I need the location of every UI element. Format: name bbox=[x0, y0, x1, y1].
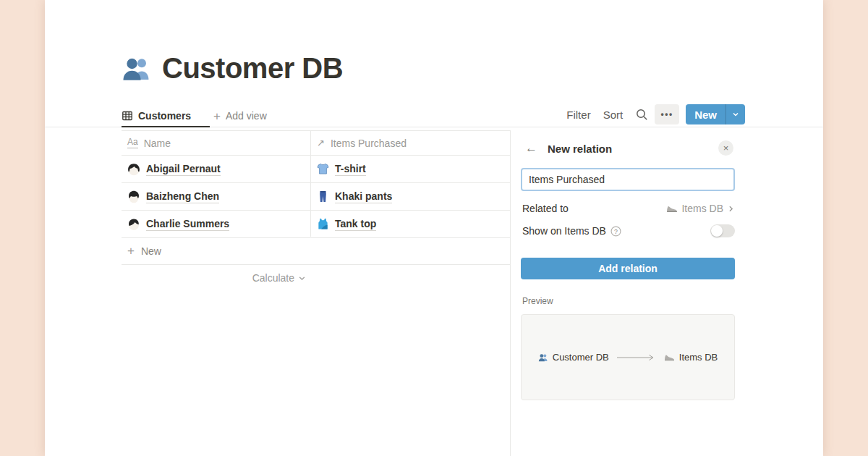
table-controls: Filter Sort ••• New bbox=[566, 103, 745, 126]
view-tabbar: Customers + Add view Filter Sort ••• New bbox=[45, 101, 823, 127]
show-on-row: Show on Items DB ? bbox=[522, 222, 735, 240]
panel-title: New relation bbox=[548, 143, 612, 155]
preview-label: Preview bbox=[522, 296, 553, 306]
sort-button[interactable]: Sort bbox=[603, 109, 624, 121]
chevron-down-icon bbox=[732, 111, 739, 118]
row-name-text: Baizheng Chen bbox=[146, 190, 219, 203]
related-to-label: Related to bbox=[522, 203, 569, 214]
page-title: Customer DB bbox=[162, 52, 343, 85]
relation-arrow-icon: ↗ bbox=[317, 138, 325, 148]
people-icon bbox=[538, 352, 548, 363]
row-item-text: Khaki pants bbox=[335, 190, 392, 203]
new-button-dropdown[interactable] bbox=[726, 104, 745, 124]
cell-item[interactable]: T-shirt bbox=[310, 156, 510, 182]
preview-source: Customer DB bbox=[538, 352, 609, 363]
row-item-text: T-shirt bbox=[335, 163, 366, 176]
help-icon[interactable]: ? bbox=[610, 226, 621, 237]
table-row: Baizheng Chen Khaki pants bbox=[122, 183, 510, 211]
chevron-right-icon bbox=[727, 205, 735, 213]
table-row: Charlie Summers Tank top bbox=[122, 211, 510, 238]
sneaker-icon bbox=[666, 203, 678, 214]
column-header-items-label: Items Purchased bbox=[331, 138, 407, 149]
avatar-girl-bob bbox=[127, 163, 140, 176]
related-to-value: Items DB bbox=[681, 203, 723, 214]
customers-table: Aa Name ↗ Items Purchased Abigail Pernau… bbox=[122, 130, 510, 291]
table-view-icon bbox=[122, 110, 133, 122]
more-options-button[interactable]: ••• bbox=[655, 104, 679, 124]
calculate-button[interactable]: Calculate bbox=[122, 265, 310, 291]
row-item-text: Tank top bbox=[335, 218, 376, 231]
chevron-down-icon bbox=[298, 274, 306, 282]
active-tab-underline bbox=[122, 126, 210, 127]
filter-button[interactable]: Filter bbox=[566, 109, 590, 121]
new-row-label: New bbox=[141, 245, 161, 257]
tab-customers-label: Customers bbox=[138, 110, 191, 122]
page-header: Customer DB bbox=[122, 52, 343, 85]
avatar-boy-swoop-hair bbox=[127, 218, 140, 231]
title-property-icon: Aa bbox=[127, 138, 138, 148]
search-icon[interactable] bbox=[635, 108, 648, 121]
plus-icon: + bbox=[213, 110, 221, 122]
preview-target: Items DB bbox=[664, 352, 718, 363]
new-button[interactable]: New bbox=[686, 104, 726, 124]
cell-name[interactable]: Baizheng Chen bbox=[122, 183, 310, 210]
toggle-knob bbox=[711, 225, 723, 237]
column-header-name[interactable]: Aa Name bbox=[122, 131, 310, 155]
add-view-label: Add view bbox=[226, 110, 267, 122]
column-header-items-purchased[interactable]: ↗ Items Purchased bbox=[310, 131, 510, 155]
plus-icon: + bbox=[127, 244, 135, 258]
column-divider[interactable] bbox=[310, 130, 311, 237]
people-icon bbox=[122, 54, 152, 84]
back-arrow-icon[interactable]: ← bbox=[525, 141, 538, 156]
sneaker-icon bbox=[664, 352, 675, 363]
relation-preview-box: Customer DB Items DB bbox=[521, 314, 735, 400]
new-row-button[interactable]: + New bbox=[122, 238, 510, 265]
table-row: Abigail Pernaut T-shirt bbox=[122, 156, 510, 183]
cell-name[interactable]: Abigail Pernaut bbox=[122, 156, 310, 182]
cell-item[interactable]: Tank top bbox=[310, 211, 510, 237]
preview-source-label: Customer DB bbox=[553, 352, 609, 363]
related-to-selector[interactable]: Items DB bbox=[666, 203, 735, 214]
cell-item[interactable]: Khaki pants bbox=[310, 183, 510, 210]
tanktop-icon bbox=[317, 218, 329, 230]
preview-target-label: Items DB bbox=[679, 352, 718, 363]
new-record-split-button: New bbox=[686, 104, 745, 124]
svg-text:?: ? bbox=[614, 227, 618, 235]
panel-header: ← New relation × bbox=[521, 140, 735, 156]
row-name-text: Abigail Pernaut bbox=[146, 163, 221, 176]
table-header-row: Aa Name ↗ Items Purchased bbox=[122, 131, 510, 156]
tab-customers[interactable]: Customers bbox=[122, 106, 191, 126]
notion-page-card: Customer DB Customers + Add view Filter … bbox=[45, 0, 823, 456]
ellipsis-icon: ••• bbox=[661, 109, 673, 119]
related-to-row: Related to Items DB bbox=[522, 200, 735, 217]
cell-name[interactable]: Charlie Summers bbox=[122, 211, 310, 237]
column-header-name-label: Name bbox=[144, 138, 171, 149]
pants-icon bbox=[317, 190, 329, 203]
close-icon[interactable]: × bbox=[718, 140, 733, 156]
calculate-label: Calculate bbox=[252, 272, 294, 284]
table-panel-divider bbox=[510, 130, 511, 456]
avatar-boy-fluffy-hair bbox=[127, 190, 140, 203]
add-view-button[interactable]: + Add view bbox=[213, 106, 267, 126]
row-name-text: Charlie Summers bbox=[146, 218, 229, 231]
long-arrow-icon bbox=[616, 354, 657, 361]
new-relation-panel: ← New relation × Related to Items DB Sho… bbox=[521, 130, 735, 456]
tshirt-icon bbox=[317, 163, 329, 175]
show-on-label: Show on Items DB bbox=[522, 225, 606, 237]
relation-name-input[interactable] bbox=[521, 168, 735, 191]
add-relation-button[interactable]: Add relation bbox=[521, 258, 735, 279]
show-on-toggle[interactable] bbox=[710, 224, 735, 237]
